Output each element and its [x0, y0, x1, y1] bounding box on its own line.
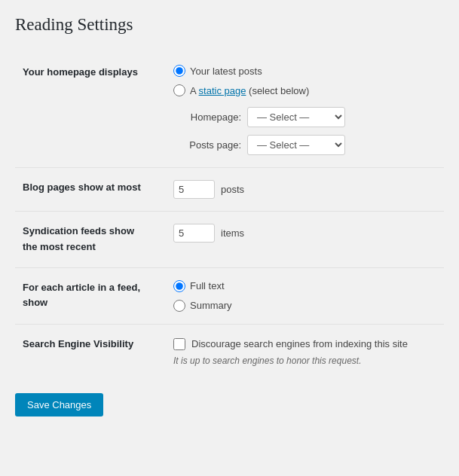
save-changes-button[interactable]: Save Changes	[15, 393, 103, 416]
static-page-radio[interactable]	[173, 84, 185, 96]
static-page-option[interactable]: A static page (select below)	[173, 84, 436, 96]
latest-posts-label: Your latest posts	[190, 66, 262, 77]
page-select-group: Homepage: — Select — Posts page: — Selec…	[173, 107, 436, 155]
full-text-radio[interactable]	[173, 280, 185, 292]
search-engine-checkbox[interactable]	[173, 338, 185, 350]
summary-label: Summary	[190, 300, 232, 311]
blog-pages-label: Blog pages show at most	[15, 168, 166, 212]
static-page-link[interactable]: static page	[199, 85, 246, 96]
feed-article-controls: Full text Summary	[166, 267, 444, 324]
posts-page-select-label: Posts page:	[173, 139, 241, 151]
homepage-displays-controls: Your latest posts A static page (select …	[166, 53, 444, 168]
blog-pages-input-row: posts	[173, 180, 436, 199]
blog-pages-input[interactable]	[173, 180, 215, 199]
syndication-feeds-controls: items	[166, 212, 444, 268]
homepage-select-label: Homepage:	[173, 111, 241, 123]
blog-pages-controls: posts	[166, 168, 444, 212]
syndication-feeds-row: Syndication feeds show the most recent i…	[15, 212, 444, 268]
blog-pages-suffix: posts	[221, 184, 244, 195]
search-engine-checkbox-label: Discourage search engines from indexing …	[191, 337, 408, 352]
blog-pages-row: Blog pages show at most posts	[15, 168, 444, 212]
feed-article-radio-group: Full text Summary	[173, 280, 436, 312]
syndication-feeds-suffix: items	[221, 227, 244, 239]
search-engine-controls: Discourage search engines from indexing …	[166, 324, 444, 378]
homepage-select-row: Homepage: — Select —	[173, 107, 436, 127]
search-engine-row: Search Engine Visibility Discourage sear…	[15, 324, 444, 378]
full-text-label: Full text	[190, 280, 225, 291]
posts-page-select[interactable]: — Select —	[247, 135, 345, 155]
search-engine-help-text: It is up to search engines to honor this…	[173, 355, 436, 366]
search-engine-checkbox-row: Discourage search engines from indexing …	[173, 337, 436, 352]
page-title: Reading Settings	[15, 15, 444, 35]
search-engine-label: Search Engine Visibility	[15, 324, 166, 378]
homepage-select[interactable]: — Select —	[247, 107, 345, 127]
feed-article-row: For each article in a feed, show Full te…	[15, 267, 444, 324]
static-page-label: A static page (select below)	[190, 85, 309, 96]
latest-posts-radio[interactable]	[173, 65, 185, 77]
syndication-feeds-input-row: items	[173, 224, 436, 243]
posts-page-select-row: Posts page: — Select —	[173, 135, 436, 155]
summary-option[interactable]: Summary	[173, 300, 436, 312]
settings-table: Your homepage displays Your latest posts…	[15, 53, 444, 378]
feed-article-label: For each article in a feed, show	[15, 267, 166, 324]
homepage-displays-label: Your homepage displays	[15, 53, 166, 168]
homepage-radio-group: Your latest posts A static page (select …	[173, 65, 436, 96]
full-text-option[interactable]: Full text	[173, 280, 436, 292]
summary-radio[interactable]	[173, 300, 185, 312]
latest-posts-option[interactable]: Your latest posts	[173, 65, 436, 77]
homepage-displays-row: Your homepage displays Your latest posts…	[15, 53, 444, 168]
syndication-feeds-label: Syndication feeds show the most recent	[15, 212, 166, 268]
syndication-feeds-input[interactable]	[173, 224, 215, 243]
